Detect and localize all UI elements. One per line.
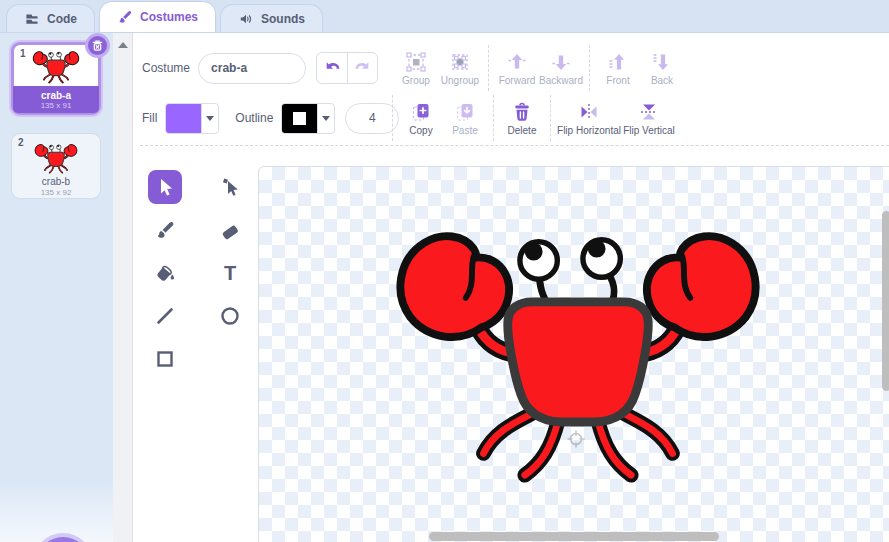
undo-redo-group xyxy=(316,52,378,84)
front-label: Front xyxy=(606,75,629,86)
copy-button[interactable]: Copy xyxy=(399,101,443,136)
editor-tab-bar: Code Costumes Sounds xyxy=(0,0,889,33)
backward-label: Backward xyxy=(539,75,583,86)
tool-reshape[interactable] xyxy=(213,170,247,204)
back-icon xyxy=(651,51,673,73)
back-label: Back xyxy=(651,75,673,86)
line-tool-icon xyxy=(154,305,176,327)
delete-button[interactable]: Delete xyxy=(500,101,544,136)
group-label: Group xyxy=(402,75,430,86)
forward-label: Forward xyxy=(499,75,536,86)
costume-size: 135 x 92 xyxy=(12,188,100,197)
toolbar-divider xyxy=(550,95,551,141)
toolbar-bottom-divider xyxy=(140,145,889,146)
tab-code-label: Code xyxy=(47,12,77,26)
select-cursor-icon xyxy=(154,176,176,198)
tool-select[interactable] xyxy=(148,170,182,204)
add-costume-button[interactable] xyxy=(37,537,89,542)
paint-bucket-icon xyxy=(154,262,176,284)
fill-label: Fill xyxy=(142,111,157,125)
delete-trash-icon xyxy=(511,101,533,123)
undo-button[interactable] xyxy=(317,53,347,83)
arrange-actions: Group Ungroup xyxy=(394,44,684,92)
costume-name-input[interactable] xyxy=(198,53,306,84)
outline-color-picker[interactable] xyxy=(281,103,335,134)
costume-name: crab-a xyxy=(41,90,71,101)
costume-thumbnail xyxy=(12,143,100,174)
front-icon xyxy=(607,51,629,73)
costume-item-crab-b[interactable]: 2 crab-b 135 x 92 xyxy=(11,133,101,199)
copy-icon xyxy=(410,101,432,123)
brush-tool-icon xyxy=(154,219,176,241)
paste-button[interactable]: Paste xyxy=(443,101,487,136)
rectangle-tool-icon xyxy=(154,348,176,370)
front-button[interactable]: Front xyxy=(596,51,640,86)
toolbar-row-1: Costume xyxy=(142,44,378,92)
costume-item-crab-a[interactable]: 1 crab-a 135 x 91 xyxy=(11,42,101,115)
trash-icon xyxy=(91,39,104,52)
backward-icon xyxy=(550,51,572,73)
scroll-up-arrow-icon[interactable] xyxy=(118,42,128,48)
tool-palette: T xyxy=(148,170,247,376)
code-blocks-icon xyxy=(24,11,40,27)
undo-icon xyxy=(323,59,341,77)
costume-thumbnail xyxy=(14,50,98,84)
redo-button[interactable] xyxy=(347,53,377,83)
toolbar-divider xyxy=(488,45,489,91)
tab-costumes[interactable]: Costumes xyxy=(99,1,216,32)
delete-label: Delete xyxy=(508,125,537,136)
tool-line[interactable] xyxy=(148,299,182,333)
sidebar-fade xyxy=(0,482,113,542)
group-icon xyxy=(405,51,427,73)
eraser-icon xyxy=(219,219,241,241)
outline-label: Outline xyxy=(235,111,273,125)
costume-list-scrollbar[interactable] xyxy=(113,33,133,542)
scratch-paint-editor: Code Costumes Sounds 1 crab-a xyxy=(0,0,889,542)
back-button[interactable]: Back xyxy=(640,51,684,86)
costume-name: crab-b xyxy=(12,176,100,188)
flip-horizontal-button[interactable]: Flip Horizontal xyxy=(557,101,621,136)
outline-dropdown[interactable] xyxy=(317,104,334,133)
speaker-icon xyxy=(238,11,254,27)
flip-vertical-icon xyxy=(638,101,660,123)
tool-fill[interactable] xyxy=(148,256,182,290)
group-button[interactable]: Group xyxy=(394,51,438,86)
toolbar-divider xyxy=(392,95,393,141)
delete-costume-button[interactable] xyxy=(85,33,110,58)
backward-button[interactable]: Backward xyxy=(539,51,583,86)
paste-icon xyxy=(454,101,476,123)
fill-dropdown[interactable] xyxy=(201,104,218,133)
tab-costumes-label: Costumes xyxy=(140,10,198,24)
tab-sounds-label: Sounds xyxy=(261,12,305,26)
canvas-horizontal-scrollbar[interactable] xyxy=(429,532,719,541)
canvas-vertical-scrollbar[interactable] xyxy=(882,211,889,391)
paste-label: Paste xyxy=(452,125,478,136)
redo-icon xyxy=(354,59,372,77)
ungroup-label: Ungroup xyxy=(441,75,479,86)
tool-text[interactable]: T xyxy=(213,256,247,290)
fill-color-swatch xyxy=(166,104,201,133)
costume-field-label: Costume xyxy=(142,61,190,75)
canvas-center-marker xyxy=(566,429,586,449)
tool-rectangle[interactable] xyxy=(148,342,182,376)
ungroup-button[interactable]: Ungroup xyxy=(438,51,482,86)
tab-sounds[interactable]: Sounds xyxy=(220,4,323,32)
costume-size: 135 x 91 xyxy=(41,101,72,110)
fill-color-picker[interactable] xyxy=(165,103,219,134)
costume-index: 2 xyxy=(18,137,24,148)
tool-eraser[interactable] xyxy=(213,213,247,247)
paint-canvas[interactable] xyxy=(258,166,889,542)
tool-brush[interactable] xyxy=(148,213,182,247)
caret-down-icon xyxy=(206,116,214,121)
flip-horizontal-icon xyxy=(578,101,600,123)
circle-tool-icon xyxy=(219,305,241,327)
toolbar-row-2: Fill Outline Copy xyxy=(142,94,399,142)
flip-vertical-button[interactable]: Flip Vertical xyxy=(621,101,677,136)
forward-button[interactable]: Forward xyxy=(495,51,539,86)
caret-down-icon xyxy=(322,116,330,121)
tool-circle[interactable] xyxy=(213,299,247,333)
costume-label-band: crab-a 135 x 91 xyxy=(13,86,99,113)
tab-code[interactable]: Code xyxy=(6,4,95,32)
edit-actions: Copy Paste xyxy=(386,94,677,142)
costume-list-panel: 1 crab-a 135 x 91 2 crab-b xyxy=(0,33,113,542)
